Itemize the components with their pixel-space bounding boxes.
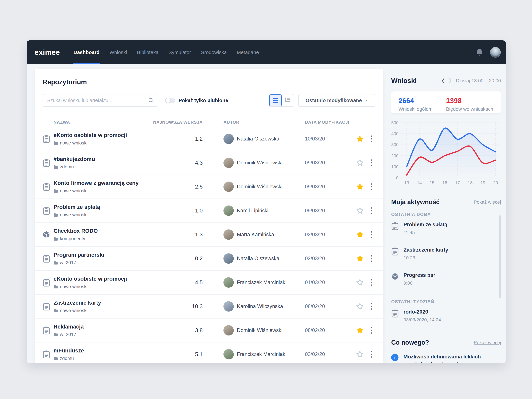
chevron-left-icon[interactable] xyxy=(441,78,445,84)
stat-errors-label: Błędów we wnioskach xyxy=(446,106,494,112)
nav-tab[interactable]: Środowiska xyxy=(196,40,232,64)
row-menu-button[interactable] xyxy=(367,301,377,311)
news-show-more-link[interactable]: Pokaż więcej xyxy=(474,340,501,345)
table-row[interactable]: Zastrzeżenie karty nowe wnioski 10.3 Kar… xyxy=(35,295,383,318)
chevron-right-icon[interactable] xyxy=(449,78,452,84)
svg-text:18: 18 xyxy=(468,180,473,185)
svg-text:14: 14 xyxy=(417,180,422,185)
table-row[interactable]: Reklamacja w_2017 3.8 Dominik Wiśniewski… xyxy=(35,318,383,342)
avatar xyxy=(223,277,234,288)
author-cell: Dominik Wiśniewski xyxy=(223,182,305,192)
table-row[interactable]: Program partnerski w_2017 0.2 Natalia Ol… xyxy=(35,247,383,271)
column-header-author: AUTOR xyxy=(223,120,239,125)
toggle-switch[interactable] xyxy=(165,98,175,103)
repository-controls: Pokaż tylko ulubione xyxy=(43,94,375,107)
news-title: Co nowego? xyxy=(391,339,429,346)
row-menu-button[interactable] xyxy=(367,134,377,144)
activity-title: Moja aktywność xyxy=(391,198,440,206)
modified-date: 09/03/20 xyxy=(305,208,353,214)
table-row[interactable]: eKonto osobiste w promocji nowe wnioski … xyxy=(35,127,383,151)
sort-dropdown-value: Ostatnio modyfikowane xyxy=(306,98,362,103)
row-type-icon-cell xyxy=(43,278,54,287)
activity-show-more-link[interactable]: Pokaż więcej xyxy=(474,200,501,205)
author-cell: Karolina Wilczyńska xyxy=(223,301,305,311)
form-clipboard-icon xyxy=(391,247,399,255)
artifact-folder: komponenty xyxy=(54,236,184,241)
nav-tab[interactable]: Metadane xyxy=(232,40,264,64)
favorite-star-button[interactable] xyxy=(353,183,367,190)
form-clipboard-icon xyxy=(43,350,50,358)
star-icon xyxy=(356,183,364,190)
sidebar-scrollbar[interactable] xyxy=(499,215,501,298)
nav-tab-label: Wnioski xyxy=(110,50,127,55)
favorite-star-button[interactable] xyxy=(353,351,367,358)
row-menu-button[interactable] xyxy=(367,158,377,168)
nav-tab[interactable]: Wnioski xyxy=(105,40,132,64)
row-menu-button[interactable] xyxy=(367,253,377,264)
search-input[interactable] xyxy=(47,98,148,103)
row-name-cell: Problem ze spłatą nowe wnioski xyxy=(54,204,184,217)
table-row[interactable]: Problem ze spłatą nowe wnioski 1.0 Kamil… xyxy=(35,199,383,223)
user-avatar[interactable] xyxy=(490,47,501,58)
row-menu-button[interactable] xyxy=(367,349,377,359)
nav-tab-label: Dashboard xyxy=(74,50,100,55)
version-cell: 1.3 xyxy=(184,231,203,238)
news-item[interactable]: i Możliwość definiowania lekkich serwisó… xyxy=(391,353,501,363)
folder-name: nowe wnioski xyxy=(60,284,88,289)
favorites-toggle[interactable]: Pokaż tylko ulubione xyxy=(165,98,228,103)
folder-icon xyxy=(54,357,58,360)
favorite-star-button[interactable] xyxy=(353,159,367,166)
folder-icon xyxy=(54,261,58,265)
folder-name: nowe wnioski xyxy=(60,212,88,217)
artifact-folder: nowe wnioski xyxy=(54,284,184,289)
artifact-folder: zdomu xyxy=(54,164,184,170)
form-clipboard-icon xyxy=(43,326,50,335)
tree-view-button[interactable] xyxy=(282,95,294,106)
favorite-star-button[interactable] xyxy=(353,255,367,262)
row-menu-button[interactable] xyxy=(367,206,377,216)
modified-date: 09/03/20 xyxy=(305,160,353,166)
artifact-title: Konto firmowe z gwarancją ceny xyxy=(54,180,184,186)
folder-name: nowe wnioski xyxy=(60,308,88,313)
favorite-star-button[interactable] xyxy=(353,207,367,214)
activity-item[interactable]: Progress bar 9:00 xyxy=(391,272,501,293)
modified-date: 01/03/20 xyxy=(305,279,353,285)
nav-tab[interactable]: Dashboard xyxy=(69,40,105,64)
table-row[interactable]: Konto firmowe z gwarancją ceny nowe wnio… xyxy=(35,175,383,199)
favorite-star-button[interactable] xyxy=(353,303,367,310)
artifact-title: Program partnerski xyxy=(54,252,184,258)
table-row[interactable]: eKonto osobiste w promocji nowe wnioski … xyxy=(35,271,383,295)
row-name-cell: Zastrzeżenie karty nowe wnioski xyxy=(54,300,184,313)
row-menu-button[interactable] xyxy=(367,182,377,192)
folder-icon xyxy=(54,309,58,312)
activity-title: Progress bar xyxy=(404,272,435,278)
list-view-button[interactable] xyxy=(269,95,282,106)
table-row[interactable]: mFundusze zdomu 5.1 Franciszek Marciniak… xyxy=(35,342,383,363)
version-cell: 4.3 xyxy=(184,160,203,166)
stat-errors-value: 1398 xyxy=(446,97,494,105)
row-type-icon-cell xyxy=(43,231,54,239)
favorite-star-button[interactable] xyxy=(353,231,367,238)
artifact-folder: nowe wnioski xyxy=(54,308,184,313)
row-menu-button[interactable] xyxy=(367,325,377,335)
activity-item[interactable]: rodo-2020 03/03/2020, 14:24 xyxy=(391,309,501,330)
sort-dropdown[interactable]: Ostatnio modyfikowane xyxy=(298,94,375,107)
activity-item[interactable]: Problem ze spłatą 11:45 xyxy=(391,222,501,242)
author-name: Dominik Wiśniewski xyxy=(237,160,282,166)
favorite-star-button[interactable] xyxy=(353,135,367,142)
row-type-icon-cell xyxy=(43,326,54,335)
nav-tab[interactable]: Biblioteka xyxy=(132,40,164,64)
row-menu-button[interactable] xyxy=(367,278,377,287)
row-menu-button[interactable] xyxy=(367,230,377,240)
table-row[interactable]: Checkbox RODO komponenty 1.3 Marta Kamiń… xyxy=(35,223,383,247)
activity-item[interactable]: Zastrzeżenie karty 10:23 xyxy=(391,247,501,268)
table-row[interactable]: #bankujezdomu zdomu 4.3 Dominik Wiśniews… xyxy=(35,151,383,175)
folder-name: w_2017 xyxy=(60,332,76,337)
notifications-bell-icon[interactable] xyxy=(476,48,483,56)
chevron-down-icon xyxy=(365,100,368,103)
favorite-star-button[interactable] xyxy=(353,279,367,286)
nav-tabs: Dashboard Wnioski Biblioteka Symulator Ś… xyxy=(69,40,264,64)
folder-icon xyxy=(54,237,58,241)
nav-tab[interactable]: Symulator xyxy=(164,40,196,64)
favorite-star-button[interactable] xyxy=(353,327,367,334)
